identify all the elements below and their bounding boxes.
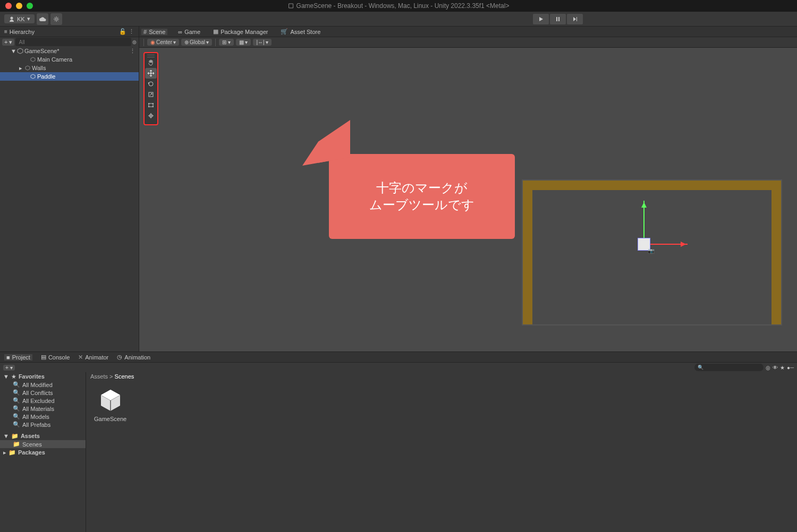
playback-controls [533,14,583,24]
unity-icon [97,387,124,414]
filter-icon[interactable]: ◎ [132,39,137,45]
account-button[interactable]: KK ▾ [4,14,35,23]
rotate-tool[interactable] [145,79,157,89]
svg-point-4 [148,103,149,104]
asset-label: GameScene [94,416,126,422]
packages-header[interactable]: ▸📁Packages [0,448,86,457]
hand-tool[interactable] [145,57,157,68]
hierarchy-item-walls[interactable]: ▸ Walls [0,64,139,72]
menu-icon[interactable]: ⋮ [130,48,135,55]
titlebar: GameScene - Breakout - Windows, Mac, Lin… [0,0,797,12]
search-icon: 🔍 [698,365,703,370]
cube-icon [30,56,36,63]
close-icon[interactable] [5,3,12,9]
breadcrumb[interactable]: Assets > Scenes [86,372,797,382]
minimize-icon[interactable] [16,3,22,9]
wall-right [771,181,781,324]
svg-point-7 [152,106,154,107]
pause-button[interactable] [550,14,566,24]
scene-root[interactable]: ▼ GameScene* ⋮ [0,47,139,55]
fav-item[interactable]: 🔍All Excluded [0,397,86,405]
svg-point-1 [55,18,57,20]
favorites-header[interactable]: ▼★Favorites [0,372,86,381]
fav-item[interactable]: 🔍All Conflicts [0,389,86,397]
fav-item[interactable]: 🔍All Materials [0,405,86,413]
add-button[interactable]: + ▾ [2,39,14,46]
scene-toolbar: ◉Center ▾ ⊕Global ▾ ⊞ ▾ ▦ ▾ |↔| ▾ [139,37,797,48]
assets-header[interactable]: ▼📁Assets [0,432,86,440]
svg-point-5 [152,103,154,104]
snap-button[interactable]: ⊞ ▾ [219,39,234,46]
move-gizmo[interactable]: 📷 [638,238,650,251]
hierarchy-item-camera[interactable]: Main Camera [0,55,139,64]
hierarchy-tree: ▼ GameScene* ⋮ Main Camera ▸ Walls Paddl… [0,47,139,351]
menu-icon[interactable]: ⋮ [129,28,134,35]
folder-scenes[interactable]: 📁Scenes [0,440,86,448]
hierarchy-search-input[interactable] [15,38,131,46]
bottom-panel: ■Project ▤Console ⤬Animator ◷Animation +… [0,351,797,532]
scene-viewport[interactable]: 十字のマークが ムーブツールです 📷 [139,48,797,351]
grid-button[interactable]: ▦ ▾ [236,39,251,46]
svg-point-0 [11,16,13,19]
lock-icon[interactable]: 🔓 [119,28,126,35]
y-axis-arrow[interactable] [643,201,645,238]
project-search-input[interactable] [694,364,764,371]
space-dropdown[interactable]: ⊕Global ▾ [181,39,212,46]
unity-icon [17,48,23,54]
wall-top [523,181,781,190]
wall-left [523,181,532,324]
tab-scene[interactable]: #Scene [141,29,167,35]
camera-icon: 📷 [648,248,654,254]
cloud-icon[interactable] [37,13,48,25]
annotation-callout: 十字のマークが ムーブツールです [329,154,515,239]
svg-rect-2 [149,92,153,97]
transform-tool[interactable] [145,110,157,121]
fav-item[interactable]: 🔍All Prefabs [0,421,86,428]
star-icon[interactable]: ★ [780,365,785,371]
callout-text: ムーブツールです [369,196,474,213]
fav-item[interactable]: 🔍All Models [0,413,86,421]
project-content: Assets > Scenes GameScene [86,372,797,532]
paddle-object[interactable]: 📷 [638,238,650,251]
svg-point-6 [148,106,149,107]
traffic-lights [5,3,33,9]
main-toolbar: KK ▾ [0,12,797,27]
visibility-icon[interactable]: 👁 [773,365,778,371]
tab-console[interactable]: ▤Console [41,354,70,361]
x-axis-arrow[interactable] [650,244,688,245]
tab-project[interactable]: ■Project [4,354,32,361]
cube-icon [30,73,36,80]
callout-text: 十字のマークが [376,179,468,196]
hierarchy-tab[interactable]: ≡ Hierarchy 🔓 ⋮ [0,27,139,37]
scale-tool[interactable] [145,89,157,100]
game-world: 📷 [522,179,782,325]
tab-package-manager[interactable]: ▦Package Manager [211,28,270,35]
scene-panel: #Scene ∞Game ▦Package Manager 🛒Asset Sto… [139,27,797,351]
fav-item[interactable]: 🔍All Modified [0,381,86,389]
window-title: GameScene - Breakout - Windows, Mac, Lin… [288,2,510,10]
move-tool[interactable] [145,68,157,79]
tab-animation[interactable]: ◷Animation [117,354,150,361]
scene-tools [143,52,158,125]
project-tree: ▼★Favorites 🔍All Modified 🔍All Conflicts… [0,372,86,532]
hierarchy-panel: ≡ Hierarchy 🔓 ⋮ + ▾ ◎ ▼ GameScene* ⋮ Mai… [0,27,139,351]
tab-game[interactable]: ∞Game [176,29,202,35]
increment-button[interactable]: |↔| ▾ [253,39,272,46]
gear-icon[interactable] [50,13,62,25]
asset-scene[interactable]: GameScene [94,387,126,422]
tab-asset-store[interactable]: 🛒Asset Store [278,28,323,35]
pivot-dropdown[interactable]: ◉Center ▾ [147,39,179,46]
svg-point-8 [149,114,152,117]
filter-icon[interactable]: ◎ [766,365,770,371]
rect-tool[interactable] [145,100,157,110]
hierarchy-item-paddle[interactable]: Paddle [0,72,139,81]
slider-icon[interactable]: ●─ [787,365,794,371]
cube-icon [24,65,31,71]
play-button[interactable] [533,14,549,24]
add-button[interactable]: + ▾ [3,365,15,371]
svg-rect-3 [149,104,153,107]
maximize-icon[interactable] [27,3,33,9]
tab-animator[interactable]: ⤬Animator [78,354,108,361]
step-button[interactable] [567,14,583,24]
